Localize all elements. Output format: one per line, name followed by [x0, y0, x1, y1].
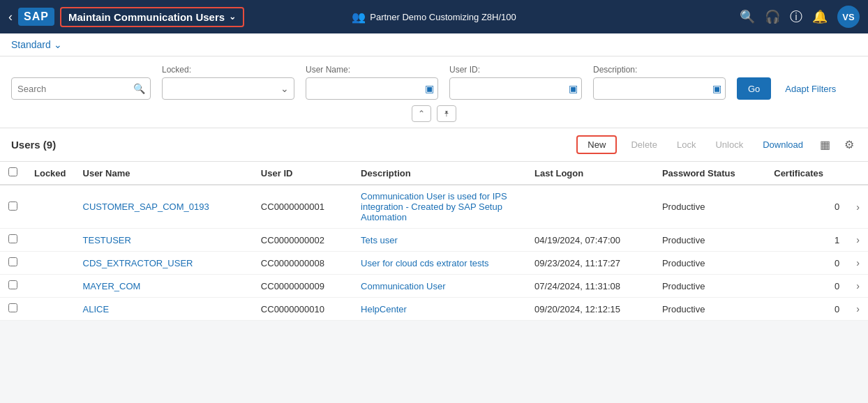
userid-filter-group: User ID: ▣ — [449, 65, 582, 100]
description-input[interactable] — [593, 77, 726, 100]
row-checkbox-cell — [0, 252, 26, 275]
table-row: ALICE CC0000000010 HelpCenter 09/20/2024… — [0, 298, 868, 321]
pin-filters-button[interactable]: 🖈 — [437, 105, 456, 122]
username-cell[interactable]: CUSTOMER_SAP_COM_0193 — [75, 185, 253, 229]
go-button[interactable]: Go — [737, 77, 771, 100]
system-icon: 👥 — [352, 10, 366, 24]
row-select-checkbox[interactable] — [8, 303, 17, 312]
row-select-checkbox[interactable] — [8, 234, 17, 243]
select-all-checkbox[interactable] — [8, 167, 17, 176]
userid-input[interactable] — [449, 77, 582, 100]
username-column-header: User Name — [75, 162, 253, 185]
lastlogon-cell: 07/24/2024, 11:31:08 — [526, 275, 654, 298]
row-chevron-icon[interactable]: › — [856, 303, 860, 314]
description-cell: Communication User — [352, 275, 526, 298]
userid-cell: CC0000000002 — [253, 229, 352, 252]
locked-filter-group: Locked: Yes No ⌄ — [162, 65, 294, 100]
table-row: TESTUSER CC0000000002 Tets user 04/19/20… — [0, 229, 868, 252]
description-cell: User for cloud cds extrator tests — [352, 252, 526, 275]
userid-expand-icon[interactable]: ▣ — [569, 83, 578, 94]
cert-count-value: 0 — [835, 281, 839, 291]
lock-button[interactable]: Lock — [671, 137, 701, 153]
username-expand-icon[interactable]: ▣ — [425, 83, 434, 94]
row-checkbox-cell — [0, 298, 26, 321]
cert-count-value: 0 — [835, 258, 839, 268]
user-avatar[interactable]: VS — [837, 6, 860, 28]
settings-icon-button[interactable]: ⚙ — [841, 137, 857, 153]
help-button[interactable]: ⓘ — [790, 8, 802, 25]
search-header-button[interactable]: 🔍 — [740, 9, 755, 24]
filter-bar: 🔍 Locked: Yes No ⌄ User Name: ▣ User ID — [0, 56, 868, 128]
table-body: CUSTOMER_SAP_COM_0193 CC0000000001 Commu… — [0, 185, 868, 321]
adapt-filters-button[interactable]: Adapt Filters — [782, 77, 839, 100]
lastlogon-cell — [526, 185, 654, 229]
description-cell: Tets user — [352, 229, 526, 252]
standard-view-button[interactable]: Standard ⌄ — [11, 39, 62, 50]
assistant-button[interactable]: 🎧 — [765, 9, 780, 24]
search-input[interactable] — [11, 77, 151, 100]
userid-cell: CC0000000010 — [253, 298, 352, 321]
row-select-checkbox[interactable] — [8, 257, 17, 266]
back-button[interactable]: ‹ — [8, 10, 13, 24]
row-chevron-icon[interactable]: › — [856, 257, 860, 268]
row-navigate-cell[interactable]: › — [848, 298, 868, 321]
new-button[interactable]: New — [576, 135, 617, 154]
row-chevron-icon[interactable]: › — [856, 234, 860, 245]
description-cell: Communication User is used for IPS integ… — [352, 185, 526, 229]
username-cell[interactable]: CDS_EXTRACTOR_USER — [75, 252, 253, 275]
header-actions: 🔍 🎧 ⓘ 🔔 VS — [740, 6, 860, 28]
row-chevron-icon[interactable]: › — [856, 280, 860, 291]
delete-button[interactable]: Delete — [625, 137, 663, 153]
table-section: Users (9) New Delete Lock Unlock Downloa… — [0, 128, 868, 321]
description-cell: HelpCenter — [352, 298, 526, 321]
lastlogon-cell: 09/23/2024, 11:17:27 — [526, 252, 654, 275]
app-title-button[interactable]: Maintain Communication Users ⌄ — [60, 7, 244, 27]
standard-label: Standard — [11, 39, 51, 50]
row-select-checkbox[interactable] — [8, 202, 17, 211]
sap-logo: SAP — [18, 8, 54, 26]
passwordstatus-cell: Productive — [654, 298, 765, 321]
row-navigate-cell[interactable]: › — [848, 229, 868, 252]
lastlogon-cell: 04/19/2024, 07:47:00 — [526, 229, 654, 252]
username-cell[interactable]: TESTUSER — [75, 229, 253, 252]
collapse-filters-button[interactable]: ⌃ — [412, 105, 431, 122]
userid-cell: CC0000000001 — [253, 185, 352, 229]
system-info: 👥 Partner Demo Customizing Z8H/100 — [352, 10, 516, 24]
app-header: ‹ SAP Maintain Communication Users ⌄ 👥 P… — [0, 0, 868, 33]
locked-column-header: Locked — [26, 162, 75, 185]
locked-select[interactable]: Yes No — [162, 77, 294, 100]
lastlogon-column-header: Last Logon — [526, 162, 654, 185]
description-label: Description: — [593, 65, 726, 75]
username-label: User Name: — [306, 65, 438, 75]
certificates-cell: 0 — [765, 275, 848, 298]
row-select-checkbox[interactable] — [8, 280, 17, 289]
userid-cell: CC0000000008 — [253, 252, 352, 275]
locked-cell — [26, 252, 75, 275]
copy-icon-button[interactable]: ▦ — [817, 137, 833, 153]
cert-count-value: 0 — [835, 304, 839, 314]
passwordstatus-cell: Productive — [654, 185, 765, 229]
certificates-cell: 1 — [765, 229, 848, 252]
passwordstatus-cell: Productive — [654, 229, 765, 252]
description-expand-icon[interactable]: ▣ — [712, 83, 721, 94]
search-group: 🔍 — [11, 77, 151, 100]
certificates-cell: 0 — [765, 252, 848, 275]
unlock-button[interactable]: Unlock — [710, 137, 749, 153]
table-row: CDS_EXTRACTOR_USER CC0000000008 User for… — [0, 252, 868, 275]
username-input[interactable] — [306, 77, 438, 100]
locked-cell — [26, 275, 75, 298]
notification-button[interactable]: 🔔 — [812, 9, 828, 24]
select-all-header — [0, 162, 26, 185]
download-button[interactable]: Download — [757, 137, 809, 153]
row-checkbox-cell — [0, 229, 26, 252]
row-chevron-icon[interactable]: › — [856, 202, 860, 213]
sub-header: Standard ⌄ — [0, 33, 868, 56]
userid-cell: CC0000000009 — [253, 275, 352, 298]
row-navigate-cell[interactable]: › — [848, 185, 868, 229]
row-navigate-cell[interactable]: › — [848, 275, 868, 298]
username-cell[interactable]: MAYER_COM — [75, 275, 253, 298]
username-cell[interactable]: ALICE — [75, 298, 253, 321]
row-navigate-cell[interactable]: › — [848, 252, 868, 275]
cert-count-value: 0 — [835, 202, 839, 212]
description-filter-group: Description: ▣ — [593, 65, 726, 100]
